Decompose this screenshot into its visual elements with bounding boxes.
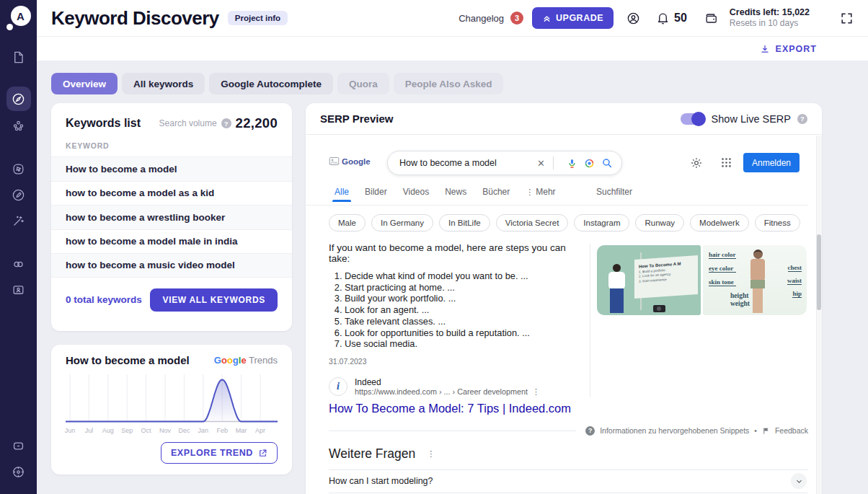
view-all-keywords-button[interactable]: VIEW ALL KEYWORDS [150,288,278,312]
sidebar-item-ai-writer[interactable] [6,208,31,233]
filter-chip[interactable]: In Germany [371,214,433,231]
chevron-down-icon[interactable] [791,473,807,489]
sidebar-item-integrations[interactable] [6,252,31,276]
filter-chip[interactable]: In BitLife [439,214,490,231]
anatomy-label: chest [788,264,802,272]
sidebar-item-keyword-discovery[interactable] [6,87,31,111]
filter-chip[interactable]: Male [329,214,366,231]
snippet-info-icon[interactable]: ? [585,426,595,436]
keyword-row[interactable]: how to become a model male in india [51,229,292,254]
tab-all-keywords[interactable]: All keywords [122,73,205,94]
google-tab-alle[interactable]: Alle [335,187,349,197]
indeed-favicon: i [329,377,347,396]
explore-trend-button[interactable]: EXPLORE TREND [161,442,278,464]
live-serp-label: Show Live SERP [712,113,791,125]
google-nav-tab[interactable]: Bücher [482,187,510,197]
app-logo[interactable]: A [8,6,30,27]
snippet-step: Look for an agent. ... [345,304,581,316]
snippet-step: Take relevant classes. ... [345,316,581,327]
top-bar: Keyword Discovery Project info Changelog… [37,0,868,37]
keyword-row[interactable]: how to become a model as a kid [51,181,292,206]
total-keywords-link[interactable]: 0 total keywords [66,294,142,305]
apps-grid-icon[interactable] [720,156,732,169]
google-tab-more[interactable]: ⋮Mehr [526,187,555,197]
google-nav-tab[interactable]: News [445,187,466,197]
export-button[interactable]: EXPORT [760,44,817,54]
trend-month-label: Jan [198,427,209,434]
keywords-list-panel: Keywords list Search volume ? 22,200 KEY… [51,103,292,331]
serp-scrollbar-track[interactable] [816,136,822,494]
serp-google-mock: Google ✕ [306,136,816,494]
sidebar-item-billing[interactable] [6,433,31,458]
serp-scrollbar-thumb[interactable] [817,234,821,310]
anatomy-label: eye color [709,265,736,273]
tab-overview[interactable]: Overview [51,73,118,94]
trend-month-label: Dec [178,427,190,434]
google-nav-tab[interactable]: Videos [403,187,429,197]
google-nav-tab[interactable]: Bilder [365,187,387,197]
google-trends-logo: Google Trends [214,355,278,366]
filter-chip[interactable]: Victoria Secret [496,214,569,231]
live-serp-help-icon[interactable]: ? [797,114,807,124]
sidebar-item-clusters[interactable] [6,113,31,138]
notifications-count: 50 [674,12,687,25]
snippet-image-photoshoot[interactable]: How To Become A M 1. Build a portfolio2.… [597,245,701,315]
snippet-step: Build your work portfolio. ... [345,293,581,304]
snippet-step: Start practicing at home. ... [345,282,581,294]
project-info-button[interactable]: Project info [228,11,288,25]
live-serp-toggle[interactable] [681,113,705,125]
feedback-link[interactable]: Feedback [775,426,808,435]
snippet-image-anatomy[interactable]: hair coloreye colorskin tone chestwaisth… [703,245,807,315]
snippet-images: How To Become A M 1. Build a portfolio2.… [597,245,807,315]
anatomy-label: weight [730,300,750,308]
sidebar-item-monitor[interactable] [6,278,31,302]
anatomy-label: hair color [709,251,736,259]
account-button[interactable] [626,12,640,25]
filter-chip[interactable]: Modelwerk [690,214,749,231]
filter-chip[interactable]: Fitness [755,214,800,231]
search-icon[interactable] [601,157,613,169]
filter-chip[interactable]: Runway [635,214,684,231]
wallet-button[interactable] [704,12,718,25]
keyword-row[interactable]: how to become a music video model [51,253,292,278]
settings-gear-icon[interactable] [690,156,703,169]
result-title-link[interactable]: How To Become a Model: 7 Tips | Indeed.c… [329,402,585,415]
snippet-info-link[interactable]: Informationen zu hervorgehobenen Snippet… [600,426,749,435]
google-search-input[interactable] [399,158,536,168]
google-lens-icon[interactable] [584,158,595,169]
link-circles-icon [12,257,25,271]
paa-question-row[interactable]: How can I start modeling? [329,469,808,493]
google-search-filter[interactable]: Suchfilter [596,187,632,197]
tab-quora[interactable]: Quora [337,73,389,94]
trends-wordmark: Trends [247,355,278,366]
result-site-name: Indeed [355,377,540,387]
paa-menu-icon[interactable]: ⋮ [427,449,435,459]
sidebar-item-rank-tracker[interactable] [6,156,31,181]
paa-list: How can I start modeling? How do I becom… [329,469,808,494]
sidebar-item-documents[interactable] [6,45,31,69]
sidebar-item-content-editor[interactable] [6,182,31,207]
cursor-icon [12,162,25,176]
notifications-button[interactable]: 50 [656,12,687,25]
signin-button[interactable]: Anmelden [743,153,800,172]
upgrade-button[interactable]: UPGRADE [532,7,614,29]
filter-chip[interactable]: Instagram [574,214,629,231]
sidebar-item-explore[interactable] [6,459,31,484]
document-icon [12,50,25,64]
search-result: i Indeed https://www.indeed.com › ... › … [329,377,585,415]
chevrons-up-icon [542,14,552,23]
result-menu-icon[interactable]: ⋮ [532,387,540,397]
clear-search-icon[interactable]: ✕ [536,158,546,169]
changelog-link[interactable]: Changelog [459,13,504,24]
bell-icon [656,12,670,25]
keyword-row[interactable]: How to become a model [51,156,292,181]
tab-people-also-asked[interactable]: People Also Asked [394,73,504,94]
toggle-knob [691,112,706,126]
keyword-row[interactable]: how to become a wrestling booker [51,205,292,229]
microphone-icon[interactable] [567,158,577,169]
google-search-bar[interactable]: ✕ [387,151,622,175]
fullscreen-button[interactable] [840,12,854,25]
search-volume-help-icon[interactable]: ? [221,118,231,128]
trend-title: How to become a model [66,354,190,366]
tab-google-autocomplete[interactable]: Google Autocomplete [209,73,333,94]
